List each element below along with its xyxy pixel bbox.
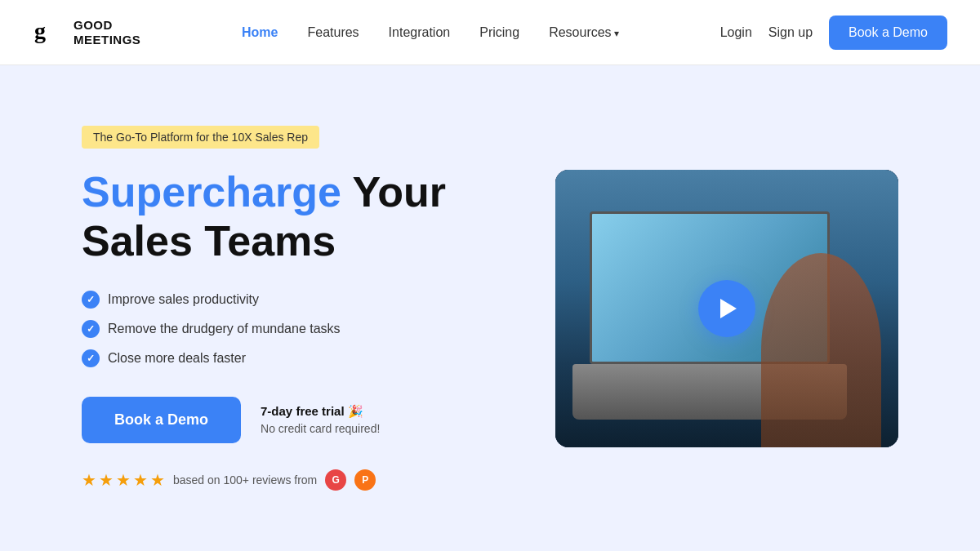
review-text: based on 100+ reviews from bbox=[173, 473, 317, 487]
logo-icon: g bbox=[33, 16, 67, 50]
nav-link-resources[interactable]: Resources bbox=[549, 25, 619, 39]
nav-links: Home Features Integration Pricing Resour… bbox=[242, 25, 619, 40]
hero-section: The Go-To Platform for the 10X Sales Rep… bbox=[0, 65, 980, 551]
video-background bbox=[555, 170, 898, 447]
nav-item-integration[interactable]: Integration bbox=[389, 25, 451, 40]
hero-features-list: ✓ Improve sales productivity ✓ Remove th… bbox=[82, 291, 506, 367]
trial-info: 7-day free trial 🎉 No credit card requir… bbox=[261, 404, 380, 435]
check-icon-1: ✓ bbox=[82, 291, 100, 309]
producthunt-badge: P bbox=[354, 469, 376, 491]
nav-link-pricing[interactable]: Pricing bbox=[479, 25, 519, 39]
nav-actions: Login Sign up Book a Demo bbox=[720, 16, 947, 50]
star-5: ★ bbox=[150, 470, 165, 490]
trial-subtitle: No credit card required! bbox=[261, 422, 380, 435]
hero-badge: The Go-To Platform for the 10X Sales Rep bbox=[82, 126, 319, 149]
person-silhouette bbox=[761, 253, 881, 447]
hero-title-highlight: Supercharge bbox=[82, 168, 341, 216]
feature-label-3: Close more deals faster bbox=[108, 351, 246, 366]
star-4: ★ bbox=[133, 470, 148, 490]
hero-right bbox=[555, 170, 898, 447]
login-link[interactable]: Login bbox=[720, 25, 752, 40]
book-demo-hero-button[interactable]: Book a Demo bbox=[82, 397, 241, 443]
nav-link-integration[interactable]: Integration bbox=[389, 25, 451, 39]
play-button[interactable] bbox=[698, 280, 755, 337]
play-icon bbox=[720, 299, 737, 318]
list-item: ✓ Close more deals faster bbox=[82, 349, 506, 367]
check-icon-2: ✓ bbox=[82, 320, 100, 338]
hero-reviews: ★ ★ ★ ★ ★ based on 100+ reviews from G P bbox=[82, 469, 506, 491]
feature-label-1: Improve sales productivity bbox=[108, 292, 259, 307]
list-item: ✓ Improve sales productivity bbox=[82, 291, 506, 309]
list-item: ✓ Remove the drudgery of mundane tasks bbox=[82, 320, 506, 338]
navbar: g GOOD MEETINGS Home Features Integratio… bbox=[0, 0, 980, 65]
hero-cta: Book a Demo 7-day free trial 🎉 No credit… bbox=[82, 397, 506, 443]
signup-link[interactable]: Sign up bbox=[768, 25, 813, 40]
book-demo-nav-button[interactable]: Book a Demo bbox=[829, 16, 947, 50]
nav-item-features[interactable]: Features bbox=[307, 25, 359, 40]
nav-item-home[interactable]: Home bbox=[242, 25, 278, 40]
star-1: ★ bbox=[82, 470, 96, 490]
star-rating: ★ ★ ★ ★ ★ bbox=[82, 470, 165, 490]
feature-label-2: Remove the drudgery of mundane tasks bbox=[108, 322, 341, 336]
svg-text:g: g bbox=[34, 18, 46, 43]
logo[interactable]: g GOOD MEETINGS bbox=[33, 16, 140, 50]
trial-title: 7-day free trial 🎉 bbox=[261, 404, 380, 419]
video-container[interactable] bbox=[555, 170, 898, 447]
hero-left: The Go-To Platform for the 10X Sales Rep… bbox=[82, 126, 506, 491]
nav-item-pricing[interactable]: Pricing bbox=[479, 25, 519, 40]
logo-text: GOOD MEETINGS bbox=[74, 18, 140, 47]
g2-badge: G bbox=[325, 469, 346, 491]
star-3: ★ bbox=[116, 470, 131, 490]
nav-item-resources[interactable]: Resources bbox=[549, 25, 619, 40]
star-2: ★ bbox=[99, 470, 114, 490]
hero-title: Supercharge YourSales Teams bbox=[82, 168, 506, 266]
nav-link-features[interactable]: Features bbox=[307, 25, 359, 39]
nav-link-home[interactable]: Home bbox=[242, 25, 278, 39]
check-icon-3: ✓ bbox=[82, 349, 100, 367]
